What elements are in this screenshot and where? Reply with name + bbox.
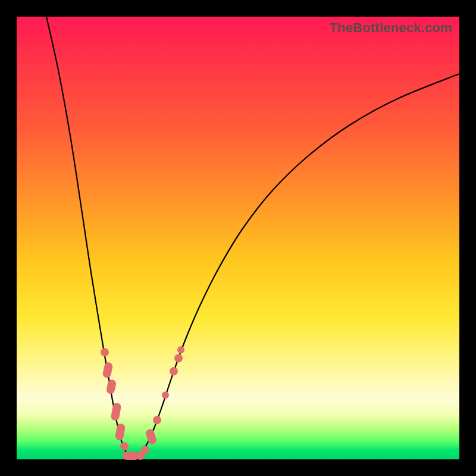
curve-layer xyxy=(17,17,459,459)
marker-dot xyxy=(141,446,149,454)
curve-left-branch xyxy=(46,17,133,459)
marker-dot xyxy=(120,442,129,450)
marker-dot xyxy=(174,354,183,362)
marker-dot xyxy=(162,392,169,399)
chart-frame: TheBottleneck.com xyxy=(0,0,476,476)
marker-pill xyxy=(102,362,113,378)
marker-dot xyxy=(101,348,109,356)
marker-dot xyxy=(177,346,184,353)
marker-pill xyxy=(111,402,122,421)
plot-area: TheBottleneck.com xyxy=(17,17,459,459)
marker-pill xyxy=(115,423,126,441)
curve-right-branch xyxy=(133,74,459,459)
marker-pill xyxy=(145,428,157,445)
marker-dot xyxy=(170,367,178,375)
marker-pill xyxy=(106,379,117,394)
marker-dot xyxy=(153,416,161,424)
